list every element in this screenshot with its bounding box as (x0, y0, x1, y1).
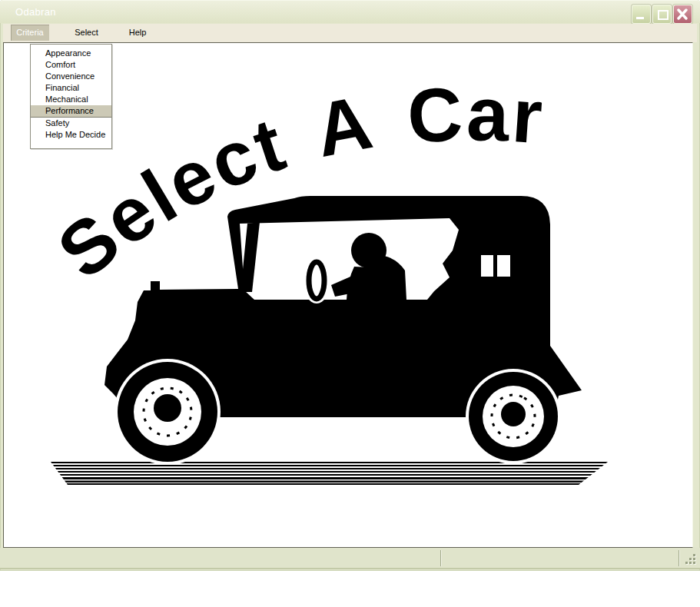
menu-bar: CriteriaSelectHelp (3, 24, 697, 42)
criteria-menu-item-appearance[interactable]: Appearance (31, 48, 111, 59)
criteria-menu-item-mechanical[interactable]: Mechanical (31, 94, 111, 105)
minimize-icon (636, 17, 644, 19)
menu-item-help[interactable]: Help (119, 25, 156, 41)
rear-window-left (481, 255, 493, 277)
status-panel-divider (678, 550, 679, 566)
criteria-menu-item-safety[interactable]: Safety (31, 118, 111, 129)
minimize-button[interactable] (632, 5, 651, 24)
maximize-button[interactable] (652, 5, 672, 24)
criteria-menu-item-help-me-decide[interactable]: Help Me Decide (31, 129, 111, 141)
front-wheel (114, 359, 221, 465)
app-window: Odabran CriteriaSelectHelp Sele (0, 0, 700, 571)
steering-wheel (303, 257, 330, 304)
criteria-menu-item-convenience[interactable]: Convenience (31, 71, 111, 82)
status-bar (0, 548, 700, 569)
car-illustration (105, 196, 582, 465)
menu-item-criteria[interactable]: Criteria (11, 25, 49, 41)
criteria-dropdown: AppearanceComfortConvenienceFinancialMec… (30, 44, 112, 149)
client-area: Select A Car (3, 42, 693, 548)
title-bar[interactable]: Odabran (0, 0, 700, 23)
window-title: Odabran (15, 6, 56, 18)
status-panel-divider (440, 550, 441, 566)
maximize-icon (658, 10, 668, 20)
ground-stripes (46, 461, 615, 485)
criteria-menu-item-comfort[interactable]: Comfort (31, 59, 111, 71)
criteria-menu-item-financial[interactable]: Financial (31, 82, 111, 94)
menu-item-select[interactable]: Select (65, 25, 108, 41)
rear-window-right (497, 255, 510, 277)
close-icon (676, 8, 689, 21)
resize-grip-icon[interactable] (685, 553, 695, 564)
rear-wheel (466, 369, 561, 464)
close-button[interactable] (673, 5, 692, 24)
criteria-menu-item-performance[interactable]: Performance (31, 105, 111, 118)
